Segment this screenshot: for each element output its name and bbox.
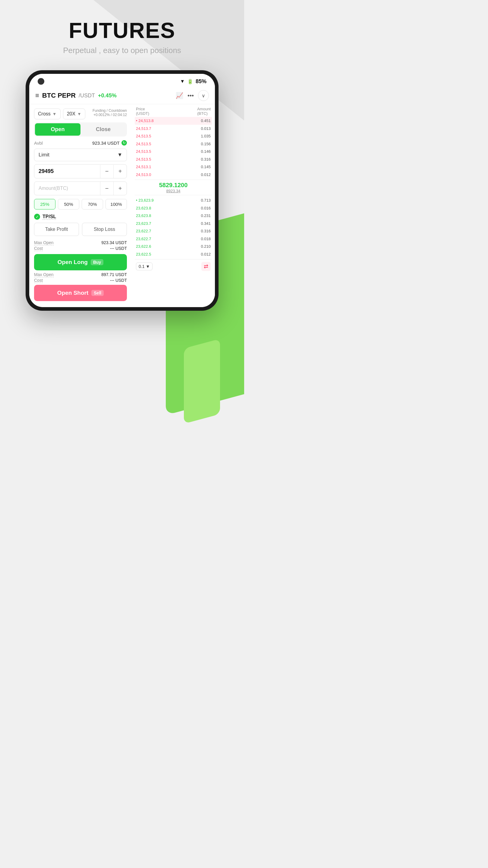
sell-order-3: 24,513.5 1.035 [135, 132, 212, 140]
ob-bottom-row: 0.1 ▼ ⇄ [135, 259, 212, 272]
leverage-selector[interactable]: 20X ▼ [63, 108, 85, 119]
price-decrease-button[interactable]: − [100, 165, 113, 178]
cost-short-value: --- USDT [110, 278, 127, 283]
buy-order-6: 23,622.7 0.018 [135, 235, 212, 243]
ob-price-header: Price (USDT) [136, 107, 149, 116]
selectors-group: Cross ▼ 20X ▼ [34, 108, 85, 119]
phone-mockup: ▼ 🔋 85% ≡ BTC PEPR /USDT +0.45% 📈 ••• ∨ [26, 70, 218, 311]
funding-rate: +0.0012% / 02:04:12 [93, 113, 127, 117]
order-type-arrow-icon: ▼ [117, 152, 122, 158]
order-type-dropdown[interactable]: Limit ▼ [34, 149, 127, 161]
buy-tag: Buy [91, 259, 103, 265]
pair-name[interactable]: BTC PEPR [42, 92, 75, 99]
pct-70-button[interactable]: 70% [82, 199, 103, 210]
bg-green-2 [184, 339, 220, 424]
funding-label: Funding / Countdown [93, 108, 127, 113]
main-content: Cross ▼ 20X ▼ Funding / Countdown +0.001… [29, 104, 215, 307]
leverage-value: 20X [67, 111, 75, 117]
cost-long-value: --- USDT [110, 246, 127, 251]
nav-icons: 📈 ••• ∨ [176, 90, 209, 101]
tpsl-label[interactable]: TP/SL [42, 214, 56, 220]
tab-close[interactable]: Close [81, 123, 126, 135]
tab-open[interactable]: Open [35, 123, 81, 135]
sell-order-2: 24,513.7 0.013 [135, 125, 212, 133]
tpsl-buttons: Take Profit Stop Loss [34, 223, 127, 236]
price-increase-button[interactable]: + [113, 165, 127, 178]
avbl-refresh-icon[interactable]: ↻ [121, 140, 127, 146]
sell-order-8: 24,513.0 0.012 [135, 171, 212, 179]
buy-order-5: 23,622.7 0.316 [135, 227, 212, 235]
open-short-text: Open Short [57, 290, 88, 296]
open-short-button[interactable]: Open Short Sell [34, 285, 127, 301]
stop-loss-button[interactable]: Stop Loss [82, 223, 127, 236]
buy-orders: • 23,623.9 0.713 23,623.8 0.016 23,623.8… [135, 196, 212, 258]
buy-order-8: 23,622.5 0.012 [135, 250, 212, 258]
avbl-value: 923.34 USDT ↻ [92, 140, 127, 146]
pair-change: +0.45% [98, 93, 117, 99]
mid-price-sub: 8923.34 [135, 189, 212, 193]
page-title: FUTURES [6, 18, 238, 43]
orderbook-panel: Price (USDT) Amount (BTC) • 24,513.8 0.4… [132, 104, 215, 307]
buy-order-1: • 23,623.9 0.713 [135, 196, 212, 204]
dropdown-circle[interactable]: ∨ [198, 90, 209, 101]
selectors-funding-row: Cross ▼ 20X ▼ Funding / Countdown +0.001… [34, 108, 127, 119]
sell-tag: Sell [91, 290, 104, 296]
max-open-long-value: 923.34 USDT [101, 240, 127, 245]
open-long-button[interactable]: Open Long Buy [34, 254, 127, 270]
max-open-long-label: Max Open [34, 240, 54, 245]
sell-order-6: 24,513.5 0.316 [135, 156, 212, 163]
amount-decrease-button[interactable]: − [100, 182, 113, 195]
price-value[interactable]: 29495 [34, 164, 100, 178]
pair-base: /USDT [79, 93, 95, 99]
margin-arrow-icon: ▼ [53, 112, 57, 116]
buy-order-4: 23,623.7 0.341 [135, 220, 212, 227]
tpsl-row: ✓ TP/SL [34, 214, 127, 220]
ob-header: Price (USDT) Amount (BTC) [135, 107, 212, 116]
avbl-amount: 923.34 USDT [92, 141, 120, 146]
oc-tabs: Open Close [34, 122, 127, 136]
cost-short-row: Cost --- USDT [34, 278, 127, 283]
amount-increase-button[interactable]: + [113, 182, 127, 195]
qty-arrow-icon: ▼ [146, 264, 150, 269]
more-icon[interactable]: ••• [187, 92, 194, 99]
margin-value: Cross [38, 111, 51, 117]
funding-group: Funding / Countdown +0.0012% / 02:04:12 [93, 108, 127, 117]
price-input-row: 29495 − + [34, 164, 127, 179]
chart-icon[interactable]: 📈 [176, 92, 183, 99]
wifi-icon: ▼ [180, 79, 185, 84]
take-profit-button[interactable]: Take Profit [34, 223, 79, 236]
buy-order-3: 23,623.8 0.231 [135, 212, 212, 220]
sell-orders: • 24,513.8 0.451 24,513.7 0.013 24,513.5… [135, 117, 212, 179]
swap-icon[interactable]: ⇄ [201, 262, 211, 271]
amount-placeholder[interactable]: Amount(BTC) [34, 182, 100, 195]
status-bar: ▼ 🔋 85% [29, 74, 215, 87]
pct-25-button[interactable]: 25% [34, 199, 56, 210]
page-subtitle: Perpetual , easy to open positions [6, 46, 238, 55]
avbl-row: Avbl 923.34 USDT ↻ [34, 140, 127, 146]
sell-order-7: 24,513.1 0.145 [135, 163, 212, 171]
avbl-label: Avbl [34, 141, 43, 146]
top-nav: ≡ BTC PEPR /USDT +0.45% 📈 ••• ∨ [29, 87, 215, 104]
max-open-long-row: Max Open 923.34 USDT [34, 240, 127, 245]
trade-panel: Cross ▼ 20X ▼ Funding / Countdown +0.001… [29, 104, 132, 307]
max-open-short-label: Max Open [34, 272, 54, 277]
qty-value: 0.1 [139, 264, 144, 269]
buy-order-2: 23,623.8 0.016 [135, 204, 212, 212]
camera-icon [38, 78, 44, 85]
qty-selector[interactable]: 0.1 ▼ [136, 262, 153, 270]
status-icons: ▼ 🔋 85% [180, 79, 207, 85]
tpsl-checkbox[interactable]: ✓ [34, 214, 40, 220]
percentage-row: 25% 50% 70% 100% [34, 199, 127, 210]
sell-order-5: 24,513.5 0.146 [135, 148, 212, 156]
battery-percentage: 85% [195, 79, 207, 85]
pct-50-button[interactable]: 50% [58, 199, 79, 210]
hamburger-icon[interactable]: ≡ [35, 92, 39, 99]
margin-selector[interactable]: Cross ▼ [34, 108, 61, 119]
buy-order-7: 23,622.6 0.210 [135, 243, 212, 250]
mid-price-section: 5829.1200 8923.34 [135, 180, 212, 195]
sell-order-4: 24,513.5 0.156 [135, 140, 212, 148]
phone-screen: ▼ 🔋 85% ≡ BTC PEPR /USDT +0.45% 📈 ••• ∨ [29, 74, 215, 307]
cost-long-row: Cost --- USDT [34, 246, 127, 251]
amount-input-row: Amount(BTC) − + [34, 181, 127, 195]
pct-100-button[interactable]: 100% [105, 199, 127, 210]
